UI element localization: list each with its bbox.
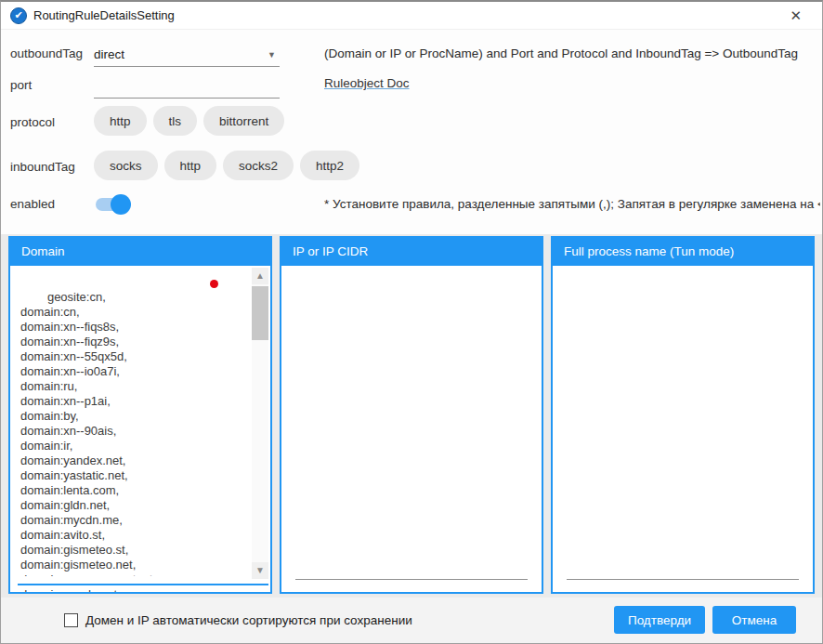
close-icon[interactable]: ✕ [790,7,802,24]
inbound-chip-http2[interactable]: http2 [300,151,359,180]
outbound-tag-select[interactable]: direct ▼ [94,43,280,67]
title-bar: ✔ RoutingRuleDetailsSetting ✕ [1,2,822,30]
enabled-label: enabled [10,197,55,211]
domain-focus-underline [18,576,268,585]
inbound-chip-socks[interactable]: socks [94,151,158,180]
inbound-chip-group: socks http socks2 http2 [94,151,359,180]
window-title: RoutingRuleDetailsSetting [33,8,175,22]
rule-format-hint: (Domain or IP or ProcName) and Port and … [324,46,798,60]
process-header: Full process name (Tun mode) [553,238,813,266]
domain-header: Domain [10,238,270,266]
app-logo-icon: ✔ [10,7,27,24]
protocol-chip-group: http tls bittorrent [94,106,284,136]
protocol-chip-bittorrent[interactable]: bittorrent [203,106,284,136]
ip-panel: IP or IP CIDR [280,236,543,594]
inbound-tag-label: inboundTag [10,160,75,174]
port-label: port [10,78,32,92]
scroll-up-icon[interactable]: ▲ [252,268,268,284]
routing-rule-dialog: ✔ RoutingRuleDetailsSetting ✕ outboundTa… [0,0,823,644]
domain-list-text: geosite:cn, domain:cn, domain:xn--fiqs8s… [20,290,182,592]
inbound-chip-socks2[interactable]: socks2 [223,151,294,180]
red-dot-indicator [210,280,218,288]
ip-textarea[interactable] [281,266,542,592]
sort-checkbox-label: Домен и IP автоматически сортируются при… [85,613,412,627]
inbound-chip-http[interactable]: http [164,151,217,180]
confirm-button[interactable]: Подтверди [614,606,705,634]
protocol-label: protocol [10,115,55,129]
domain-textarea[interactable]: geosite:cn, domain:cn, domain:xn--fiqs8s… [10,266,270,592]
process-input-underline [567,579,799,580]
ruleobject-doc-link[interactable]: Ruleobject Doc [324,76,410,90]
sort-checkbox-row: Домен и IP автоматически сортируются при… [64,613,412,627]
sort-checkbox[interactable] [64,613,78,627]
enabled-toggle[interactable] [96,198,127,211]
toggle-knob [111,194,131,215]
domain-scrollbar[interactable]: ▲ ▼ [252,268,268,579]
protocol-chip-http[interactable]: http [94,106,147,136]
domain-panel: Domain geosite:cn, domain:cn, domain:xn-… [8,236,272,594]
scrollbar-thumb[interactable] [252,286,268,340]
footer-bar: Домен и IP автоматически сортируются при… [1,598,822,643]
comma-rules-note: * Установите правила, разделенные запяты… [324,197,820,211]
protocol-chip-tls[interactable]: tls [153,106,198,136]
process-textarea[interactable] [553,266,813,592]
port-input[interactable] [94,74,280,99]
chevron-down-icon: ▼ [268,50,276,59]
scroll-down-icon[interactable]: ▼ [252,562,268,579]
outbound-tag-label: outboundTag [10,46,83,60]
ip-header: IP or IP CIDR [281,238,542,266]
cancel-button[interactable]: Отмена [712,606,796,634]
ip-input-underline [295,579,528,580]
rule-form: outboundTag direct ▼ (Domain or IP or Pr… [1,30,822,234]
rule-lists: Domain geosite:cn, domain:cn, domain:xn-… [1,234,822,598]
process-panel: Full process name (Tun mode) [551,236,815,594]
outbound-tag-value: direct [94,47,124,61]
